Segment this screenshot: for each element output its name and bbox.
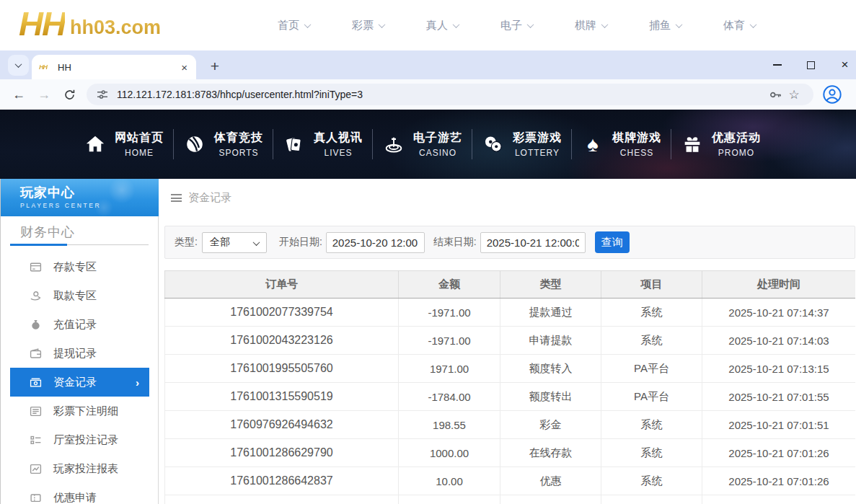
table-row-clipped: [165, 495, 856, 504]
forward-button[interactable]: →: [32, 79, 56, 110]
topnav-item-home[interactable]: 首页: [257, 19, 331, 32]
browser-profile-button[interactable]: [822, 84, 842, 105]
type-select[interactable]: 全部: [202, 232, 267, 253]
profile-icon: [822, 84, 842, 105]
cell-type: 申请提款: [500, 327, 601, 355]
home-icon: [84, 133, 107, 156]
url-bar: ← → 112.121.172.181:8783/hhcp/usercenter…: [0, 79, 856, 110]
col-amount: 金额: [399, 271, 500, 299]
cell-type: 额度转入: [500, 355, 601, 383]
tab-search-button[interactable]: [8, 55, 29, 76]
browser-tabstrip: HH HH × + ×: [0, 50, 856, 79]
topnav-item-electronic[interactable]: 电子: [480, 19, 554, 32]
main-nav-lives[interactable]: 真人视讯LIVES: [273, 110, 372, 179]
sidebar-menu: 存款专区 取款专区 充值记录 提现记录 资金记录 › 彩票下注明细: [1, 252, 159, 504]
main-nav-zh: 真人视讯: [314, 131, 363, 146]
topnav-item-fishing[interactable]: 捕鱼: [628, 19, 702, 32]
main-nav-home[interactable]: 网站首页HOME: [74, 110, 173, 179]
main-nav-zh: 体育竞技: [214, 131, 263, 146]
table-row: 1761001286642837 10.00 优惠 系统 2025-10-21 …: [165, 467, 856, 495]
cell-type: 提款通过: [500, 299, 601, 327]
start-date-input[interactable]: [326, 232, 425, 253]
main-nav-en: SPORTS: [214, 148, 263, 158]
sidebar-item-funds-records[interactable]: 资金记录 ›: [10, 368, 149, 397]
address-field[interactable]: 112.121.172.181:8783/hhcp/usercenter.htm…: [87, 84, 813, 105]
sidebar-item-withdraw[interactable]: 取款专区: [10, 281, 149, 310]
sidebar-section-title: 财务中心: [20, 224, 75, 241]
cell-order-no: 1761001315590519: [165, 383, 399, 411]
chevron-down-icon: [379, 21, 386, 28]
topnav-label: 真人: [426, 19, 448, 32]
main-nav-zh: 优惠活动: [712, 131, 761, 146]
cell-project: 系统: [601, 327, 702, 355]
cell-project: PA平台: [601, 355, 702, 383]
playing-cards-icon: [283, 133, 306, 156]
reload-button[interactable]: [58, 79, 81, 110]
topnav-item-sports[interactable]: 体育: [702, 19, 777, 32]
close-button[interactable]: ×: [828, 50, 856, 79]
main-nav-sports[interactable]: 体育竞技SPORTS: [174, 110, 273, 179]
chevron-right-icon: ›: [136, 376, 139, 389]
sidebar-title: 玩家中心: [20, 184, 159, 201]
end-date-input[interactable]: [480, 232, 586, 253]
main-nav-en: PROMO: [712, 148, 761, 158]
minimize-button[interactable]: [760, 50, 794, 79]
back-button[interactable]: ←: [7, 79, 30, 110]
main-nav-en: CHESS: [612, 148, 661, 158]
password-key-button[interactable]: [766, 88, 785, 102]
cell-order-no: 1761002077339754: [165, 299, 399, 327]
main-nav-casino[interactable]: 电子游艺CASINO: [373, 110, 472, 179]
search-button[interactable]: 查询: [595, 231, 630, 253]
bet-list-icon: [30, 405, 42, 417]
topnav-item-lottery[interactable]: 彩票: [331, 19, 405, 32]
bookmark-star-button[interactable]: ☆: [785, 87, 803, 102]
sidebar-header: 玩家中心 PLAYERS CENTER: [1, 179, 159, 216]
cell-order-no: 1761001286629790: [165, 439, 399, 467]
cell-project: 系统: [601, 411, 702, 439]
cell-process-time: 2025-10-21 07:14:03: [702, 327, 856, 355]
main-nav-promo[interactable]: 优惠活动PROMO: [671, 110, 770, 179]
main-nav-zh: 网站首页: [115, 131, 164, 146]
cell-amount: -1971.00: [399, 327, 500, 355]
sidebar-subtitle: PLAYERS CENTER: [20, 202, 159, 209]
tab-title: HH: [58, 62, 180, 73]
main-nav-chess[interactable]: ♠ 棋牌游戏CHESS: [572, 110, 671, 179]
topnav-item-chess[interactable]: 棋牌: [554, 19, 628, 32]
main-nav-zh: 彩票游戏: [513, 131, 562, 146]
funds-record-icon: [30, 376, 42, 389]
sidebar-item-withdrawal-records[interactable]: 提现记录: [10, 339, 149, 368]
browser-tab[interactable]: HH HH ×: [32, 55, 196, 79]
sidebar-item-promo-apply[interactable]: 优惠申请: [10, 483, 149, 504]
sidebar-item-label: 存款专区: [53, 260, 97, 274]
gift-icon: [681, 133, 704, 156]
section-divider: [10, 244, 149, 245]
start-date-label: 开始日期:: [279, 236, 322, 249]
main-nav-lottery[interactable]: 彩票游戏LOTTERY: [472, 110, 571, 179]
new-tab-button[interactable]: +: [205, 56, 225, 76]
col-type: 类型: [500, 271, 601, 299]
sidebar-item-recharge-records[interactable]: 充值记录: [10, 310, 149, 339]
cell-amount: 198.55: [399, 411, 500, 439]
moneybag-icon: [30, 319, 42, 331]
cell-project: PA平台: [601, 383, 702, 411]
sidebar-item-label: 充值记录: [53, 318, 97, 332]
spade-icon: ♠: [581, 133, 604, 156]
site-logo[interactable]: HH hh03.com: [19, 3, 161, 45]
maximize-button[interactable]: [794, 50, 828, 79]
cell-amount: 1000.00: [399, 439, 500, 467]
sidebar: 玩家中心 PLAYERS CENTER 财务中心 存款专区 取款专区 充值记录 …: [0, 179, 159, 504]
cell-order-no: 1761001286642837: [165, 467, 399, 495]
table-row: 1761001286629790 1000.00 在线存款 系统 2025-10…: [165, 439, 856, 467]
sidebar-item-deposit[interactable]: 存款专区: [10, 252, 149, 281]
topnav-label: 彩票: [352, 19, 374, 32]
topnav-item-live[interactable]: 真人: [405, 19, 480, 32]
cell-amount: 1971.00: [399, 355, 500, 383]
sidebar-item-player-bet-report[interactable]: 玩家投注报表: [10, 454, 149, 483]
table-header-row: 订单号 金额 类型 项目 处理时间: [165, 271, 856, 299]
site-settings-icon[interactable]: [97, 89, 108, 100]
sidebar-item-lottery-bet-details[interactable]: 彩票下注明细: [10, 397, 149, 425]
tab-close-icon[interactable]: ×: [180, 61, 189, 74]
sidebar-item-hall-bet-records[interactable]: 厅室投注记录: [10, 425, 149, 454]
table-row: 1761002043223126 -1971.00 申请提款 系统 2025-1…: [165, 327, 856, 355]
menu-hamburger-icon[interactable]: [171, 193, 182, 204]
